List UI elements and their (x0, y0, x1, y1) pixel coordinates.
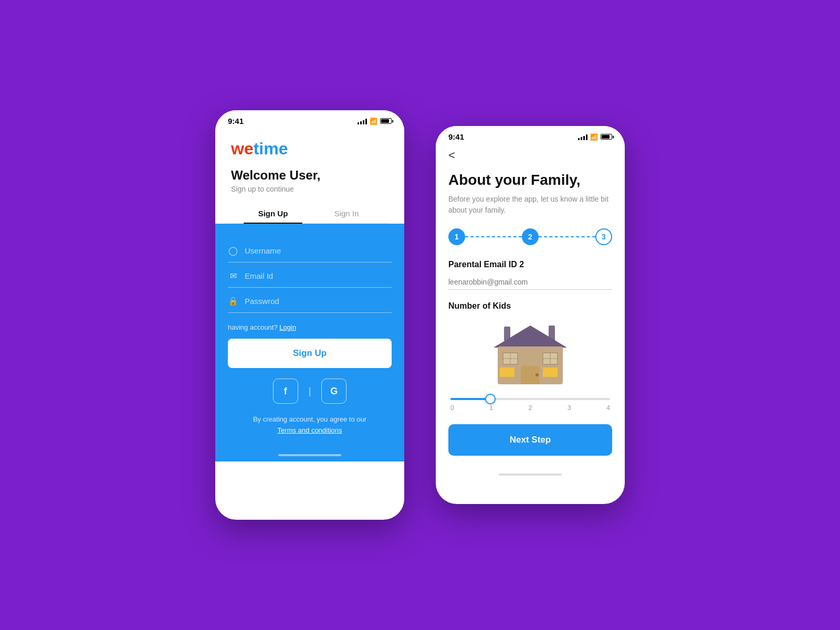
house-illustration (448, 316, 612, 390)
svg-rect-14 (543, 368, 550, 377)
header-section: wetime Welcome User, Sign up to continue… (215, 129, 404, 224)
form-section: ◯ ✉ 🔒 having account? Login Sign Up f | … (215, 224, 404, 449)
slider-thumb[interactable] (485, 394, 496, 404)
svg-rect-13 (507, 368, 514, 377)
logo: wetime (231, 139, 388, 159)
svg-rect-12 (500, 368, 507, 377)
family-content: < About your Family, Before you explore … (436, 144, 625, 468)
email-icon: ✉ (228, 271, 238, 281)
step-indicator: 1 2 3 (448, 228, 612, 245)
welcome-subtitle: Sign up to continue (231, 185, 388, 193)
battery-icon-2 (601, 134, 612, 140)
slider-fill (450, 398, 490, 400)
signal-icon-2 (578, 134, 587, 140)
status-bar-2: 9:41 📶 (436, 126, 625, 144)
password-input[interactable] (245, 297, 392, 306)
step-1: 1 (448, 228, 465, 245)
logo-time: time (254, 139, 288, 158)
status-time-1: 9:41 (228, 117, 244, 125)
slider-label-3: 3 (568, 404, 571, 412)
home-bar-2 (499, 474, 562, 476)
kids-slider-container: 0 1 2 3 4 (448, 398, 612, 412)
slider-label-4: 4 (606, 404, 610, 412)
social-auth: f | G (228, 379, 392, 404)
parental-email-label: Parental Email ID 2 (448, 260, 612, 269)
svg-rect-15 (550, 368, 558, 377)
slider-label-0: 0 (450, 404, 454, 412)
slider-label-1: 1 (489, 404, 493, 412)
slider-track (450, 398, 610, 400)
logo-we: we (231, 139, 254, 158)
wifi-icon-1: 📶 (370, 118, 377, 125)
svg-point-11 (536, 373, 539, 376)
battery-icon-1 (380, 118, 392, 124)
back-button[interactable]: < (448, 144, 612, 166)
email-field: ✉ (228, 265, 392, 288)
password-field: 🔒 (228, 290, 392, 313)
next-step-button[interactable]: Next Step (448, 424, 612, 456)
home-indicator-2 (436, 468, 625, 479)
social-divider: | (309, 386, 311, 397)
page-subtitle: Before you explore the app, let us know … (448, 194, 612, 216)
phone-family: 9:41 📶 < About your Family, Before you e… (436, 126, 625, 504)
username-field: ◯ (228, 239, 392, 262)
tab-signin[interactable]: Sign In (310, 204, 383, 223)
wifi-icon-2: 📶 (590, 133, 598, 141)
status-icons-1: 📶 (358, 118, 392, 125)
username-input[interactable] (245, 246, 392, 255)
terms-link[interactable]: Terms and conditions (278, 426, 342, 434)
having-account-text: having account? Login (228, 323, 392, 331)
house-svg (488, 316, 572, 390)
terms-text: By creating account, you agree to our Te… (228, 414, 392, 436)
home-bar-1 (278, 454, 341, 456)
lock-icon: 🔒 (228, 296, 238, 306)
status-time-2: 9:41 (448, 132, 464, 141)
login-link[interactable]: Login (279, 323, 296, 331)
status-icons-2: 📶 (578, 133, 612, 141)
phone-signup: 9:41 📶 wetime Welcome User, Sign up to c… (215, 110, 404, 520)
google-login-button[interactable]: G (321, 379, 346, 404)
signup-button[interactable]: Sign Up (228, 339, 392, 368)
parental-email-input[interactable] (448, 275, 612, 290)
auth-tabs: Sign Up Sign In (231, 204, 388, 224)
signal-icon-1 (358, 118, 367, 124)
home-indicator-1 (215, 449, 404, 461)
status-bar-1: 9:41 📶 (215, 110, 404, 129)
tab-signup[interactable]: Sign Up (236, 204, 310, 223)
slider-labels: 0 1 2 3 4 (450, 404, 610, 412)
kids-label: Number of Kids (448, 301, 612, 311)
page-title: About your Family, (448, 172, 612, 188)
slider-label-2: 2 (529, 404, 532, 412)
user-icon: ◯ (228, 246, 238, 256)
facebook-login-button[interactable]: f (273, 379, 298, 404)
step-2: 2 (522, 228, 539, 245)
step-3: 3 (595, 228, 612, 245)
step-line-1 (465, 236, 522, 237)
step-line-2 (539, 236, 595, 237)
email-input[interactable] (245, 271, 392, 280)
welcome-title: Welcome User, (231, 168, 388, 183)
